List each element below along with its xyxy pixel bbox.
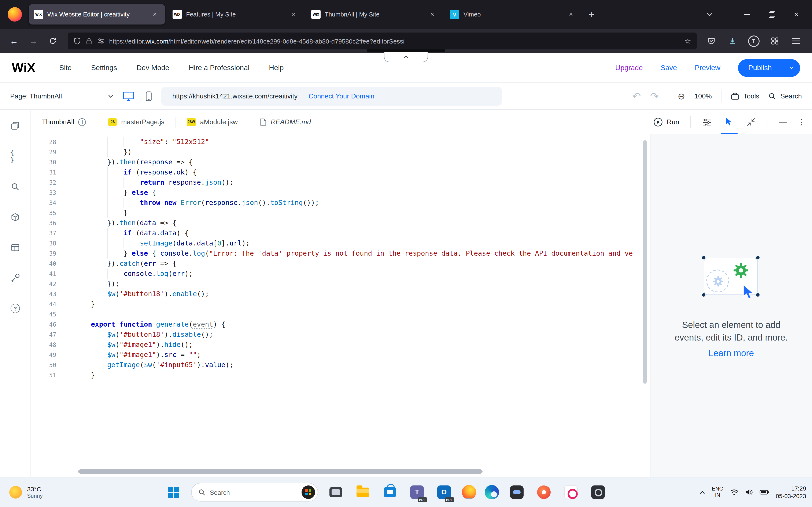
tab-close-icon[interactable]: ×	[150, 9, 160, 19]
help-icon[interactable]: ?	[10, 303, 20, 314]
menu-hamburger-icon[interactable]	[788, 33, 804, 49]
learn-more-link[interactable]: Learn more	[709, 348, 754, 358]
downloads-icon[interactable]	[724, 33, 741, 49]
tracking-shield-icon[interactable]	[73, 37, 81, 45]
collapse-panel-icon[interactable]	[746, 116, 757, 127]
app-icon-pink[interactable]	[562, 483, 580, 502]
code-line[interactable]: setImage(data.data[0].url);	[91, 238, 650, 248]
firefox-taskbar-icon[interactable]	[462, 485, 476, 499]
code-line[interactable]: }	[91, 208, 650, 218]
code-line[interactable]: $w('#button18').disable();	[91, 330, 650, 340]
language-indicator[interactable]: ENG IN	[712, 486, 723, 499]
code-editor[interactable]: 2829303132333435363738394041424344454647…	[31, 134, 650, 477]
code-line[interactable]: console.log(err);	[91, 269, 650, 279]
page-code-icon[interactable]	[10, 121, 20, 131]
save-to-pocket-icon[interactable]	[703, 33, 720, 49]
code-line[interactable]: export function generate(event) {	[91, 320, 650, 330]
new-tab-button[interactable]: +	[583, 6, 600, 22]
address-bar[interactable]: https://editor.wix.com/html/editor/web/r…	[68, 33, 697, 49]
menu-hire-a-professional[interactable]: Hire a Professional	[189, 64, 250, 72]
clock[interactable]: 17:29 05-03-2023	[776, 485, 806, 500]
dev-tools-icon[interactable]	[10, 273, 20, 283]
code-line[interactable]: throw new Error(response.json().toString…	[91, 198, 650, 208]
format-settings-icon[interactable]	[702, 116, 713, 127]
tab-close-icon[interactable]: ×	[427, 9, 437, 19]
packages-icon[interactable]	[10, 212, 20, 222]
browser-tab-vimeo[interactable]: V Vimeo ×	[445, 4, 581, 24]
code-files-icon[interactable]: { }	[10, 151, 20, 161]
menu-settings[interactable]: Settings	[91, 64, 117, 72]
teams-icon[interactable]: T PRE	[408, 483, 426, 502]
minimize-window-button[interactable]	[735, 4, 760, 24]
lock-icon[interactable]	[86, 38, 92, 45]
code-line[interactable]: })	[91, 147, 650, 157]
code-line[interactable]: "size": "512x512"	[91, 137, 650, 147]
microsoft-store-icon[interactable]	[380, 483, 399, 502]
extensions-icon[interactable]	[766, 33, 783, 49]
code-search-icon[interactable]	[10, 182, 20, 192]
connect-your-domain-link[interactable]: Connect Your Domain	[308, 92, 374, 100]
desktop-view-icon[interactable]	[123, 91, 135, 101]
minimize-panel-icon[interactable]: —	[779, 117, 786, 126]
code-line[interactable]: } else { console.log("Error: The 'data' …	[91, 248, 650, 259]
code-line[interactable]: }).then(response => {	[91, 157, 650, 167]
forward-icon[interactable]: →	[24, 33, 42, 49]
zoom-level[interactable]: 100%	[695, 92, 712, 100]
menu-dev-mode[interactable]: Dev Mode	[137, 64, 169, 72]
upgrade-link[interactable]: Upgrade	[615, 64, 643, 72]
code-line[interactable]: $w("#image1").hide();	[91, 340, 650, 350]
list-all-tabs-icon[interactable]	[701, 6, 718, 23]
code-line[interactable]: if (response.ok) {	[91, 167, 650, 177]
profile-avatar[interactable]: T	[745, 33, 762, 49]
volume-icon[interactable]	[745, 489, 753, 496]
weather-widget[interactable]: 33°C Sunny	[0, 486, 43, 499]
site-url-field[interactable]: https://khushik1421.wixsite.com/creaitiv…	[161, 87, 502, 105]
zoom-out-icon[interactable]: ⊖	[678, 91, 685, 101]
code-line[interactable]: }).then(data => {	[91, 218, 650, 228]
page-selector-dropdown[interactable]: Page: ThumbnAll	[10, 92, 113, 100]
select-element-tool-icon[interactable]	[724, 116, 734, 127]
app-icon-gear[interactable]	[589, 483, 607, 502]
battery-icon[interactable]	[760, 490, 769, 495]
undo-icon[interactable]: ↶	[632, 90, 641, 102]
bookmark-star-icon[interactable]: ☆	[685, 37, 691, 45]
more-options-icon[interactable]: ⋮	[798, 117, 805, 126]
browser-tab-features[interactable]: WIX Features | My Site ×	[167, 4, 304, 24]
publish-button[interactable]: Publish	[738, 59, 800, 77]
preview-link[interactable]: Preview	[695, 64, 720, 72]
discord-icon[interactable]	[507, 483, 526, 502]
firefox-logo-icon[interactable]	[8, 7, 22, 21]
run-button[interactable]: Run	[653, 117, 679, 126]
menu-help[interactable]: Help	[269, 64, 284, 72]
browser-tab-wix-editor[interactable]: WIX Wix Website Editor | creaitivity ×	[29, 4, 165, 24]
taskbar-search[interactable]: Search	[191, 483, 318, 502]
horizontal-scrollbar[interactable]	[78, 469, 483, 473]
menu-site[interactable]: Site	[59, 64, 72, 72]
save-link[interactable]: Save	[661, 64, 677, 72]
file-tab-readme-md[interactable]: README.md	[249, 110, 322, 134]
file-tab-thumbnall[interactable]: ThumbnAll i	[31, 110, 97, 134]
tools-button[interactable]: Tools	[731, 92, 759, 100]
code-lines[interactable]: "size": "512x512"})}).then(response => {…	[91, 134, 650, 477]
code-line[interactable]: });	[91, 279, 650, 289]
browser-tab-thumbnall[interactable]: WIX ThumbnAll | My Site ×	[306, 4, 442, 24]
wix-logo[interactable]: WiX	[12, 61, 36, 75]
code-line[interactable]: $w('#button18').enable();	[91, 289, 650, 299]
databases-icon[interactable]	[10, 242, 20, 252]
code-line[interactable]	[91, 309, 650, 320]
app-icon-orange[interactable]	[535, 483, 553, 502]
code-line[interactable]: }	[91, 299, 650, 309]
code-line[interactable]: if (data.data) {	[91, 228, 650, 238]
outlook-icon[interactable]: O PRE	[435, 483, 453, 502]
task-view-icon[interactable]	[326, 483, 345, 502]
edge-taskbar-icon[interactable]	[485, 485, 499, 499]
reload-icon[interactable]	[44, 33, 62, 49]
url-text[interactable]: https://editor.wix.com/html/editor/web/r…	[109, 38, 679, 45]
collapse-chevron-icon[interactable]	[384, 52, 428, 62]
code-line[interactable]: $w("#image1").src = "";	[91, 350, 650, 360]
mobile-view-icon[interactable]	[146, 91, 152, 101]
code-line[interactable]: }).catch(err => {	[91, 259, 650, 269]
start-button[interactable]	[164, 483, 183, 502]
wifi-icon[interactable]	[730, 489, 739, 495]
topbar-collapse-chip[interactable]	[367, 49, 445, 62]
